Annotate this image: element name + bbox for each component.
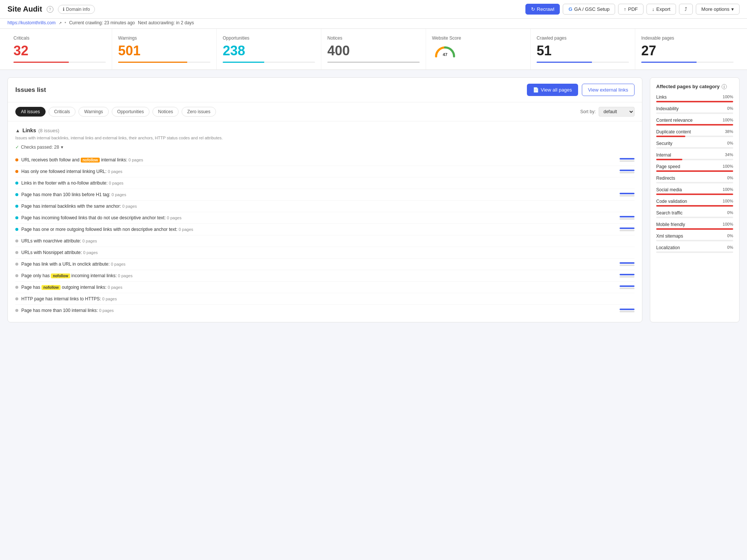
nofollow-badge-yellow: nofollow <box>41 285 61 290</box>
issue-text: Page has nofollow outgoing internal link… <box>21 285 617 290</box>
score-gauge: 47 <box>432 43 458 58</box>
severity-dot <box>15 263 18 266</box>
domain-info-button[interactable]: ℹ Domain info <box>58 5 95 14</box>
indexable-pages-label: Indexable pages <box>641 35 734 41</box>
issue-bars <box>620 228 635 231</box>
pages-count: 0 pages <box>109 181 123 185</box>
tab-warnings[interactable]: Warnings <box>78 107 108 117</box>
category-pct: 100% <box>723 118 733 123</box>
severity-dot <box>15 158 18 161</box>
severity-dot <box>15 193 18 196</box>
pages-count: 0 pages <box>99 308 114 313</box>
notices-bar <box>327 62 420 63</box>
collapse-icon[interactable]: ▲ <box>15 128 20 133</box>
ga-gsc-button[interactable]: G GA / GSC Setup <box>563 4 615 15</box>
severity-dot <box>15 170 18 173</box>
severity-dot <box>15 182 18 185</box>
links-section-header: ▲ Links (8 issues) <box>15 127 635 133</box>
category-pct: 38% <box>725 129 733 134</box>
category-label: Social media <box>656 187 682 192</box>
criticals-value: 32 <box>13 43 106 59</box>
issues-title: Issues list <box>15 86 46 94</box>
pages-count: 0 pages <box>82 239 97 243</box>
share-icon: ⤴ <box>685 6 687 12</box>
pdf-button[interactable]: ↑ PDF <box>618 4 643 15</box>
issue-item: Page has link with a URL in onclick attr… <box>15 259 635 270</box>
view-all-pages-button[interactable]: 📄 View all pages <box>527 84 578 96</box>
bar-top <box>620 285 635 287</box>
tab-all-issues[interactable]: All issues <box>15 107 46 117</box>
issue-item: HTTP page has internal links to HTTPS: 0… <box>15 293 635 305</box>
issue-item: Page has one or more outgoing followed l… <box>15 224 635 235</box>
category-label: Mobile friendly <box>656 222 685 227</box>
stat-crawled-pages[interactable]: Crawled pages 51 <box>531 29 635 69</box>
stat-indexable-pages[interactable]: Indexable pages 27 <box>635 29 740 69</box>
right-panel: Affected pages by category i Links 100% … <box>650 77 740 322</box>
export-button[interactable]: ↓ Export <box>646 4 676 15</box>
stat-criticals[interactable]: Criticals 32 <box>7 29 112 69</box>
severity-dot <box>15 216 18 219</box>
category-item: Page speed 100% <box>656 164 733 172</box>
progress-bar <box>656 228 733 230</box>
help-icon[interactable]: ? <box>47 6 53 13</box>
gauge-container: 47 <box>432 43 524 58</box>
category-pct: 0% <box>727 106 733 111</box>
share-button[interactable]: ⤴ <box>679 4 693 15</box>
category-label: Internal <box>656 152 671 158</box>
issue-text: Page has more than 100 links before H1 t… <box>21 192 617 197</box>
tab-opportunities[interactable]: Opportunities <box>112 107 149 117</box>
tab-criticals[interactable]: Criticals <box>49 107 76 117</box>
stat-warnings[interactable]: Warnings 501 <box>112 29 217 69</box>
tab-zero-issues[interactable]: Zero issues <box>182 107 216 117</box>
nofollow-badge: nofollow <box>81 158 100 163</box>
issue-item: URL receives both follow and nofollow in… <box>15 154 635 166</box>
category-item: Indexability 0% <box>656 106 733 114</box>
category-label: Links <box>656 95 667 100</box>
issue-text: HTTP page has internal links to HTTPS: 0… <box>21 296 635 301</box>
category-item: Duplicate content 38% <box>656 129 733 137</box>
issue-text: Page has incoming followed links that do… <box>21 215 617 220</box>
pages-count: 0 pages <box>83 250 98 255</box>
recrawl-button[interactable]: ↻ Recrawl <box>525 4 560 15</box>
progress-fill <box>656 124 733 126</box>
progress-fill <box>656 101 733 102</box>
sort-select[interactable]: default by count by severity <box>599 107 635 117</box>
bar-top <box>620 228 635 229</box>
view-external-links-button[interactable]: View external links <box>582 84 635 96</box>
progress-bar <box>656 112 733 114</box>
tab-notices[interactable]: Notices <box>152 107 179 117</box>
pages-count: 0 pages <box>118 273 133 278</box>
header-left: Site Audit ? ℹ Domain info <box>7 5 95 14</box>
issue-bars <box>620 158 635 162</box>
stat-website-score[interactable]: Website Score 47 <box>426 29 531 69</box>
pages-count: 0 pages <box>111 262 126 266</box>
category-item: Redirects 0% <box>656 176 733 183</box>
pages-count: 0 pages <box>129 158 143 162</box>
issue-item: Page has nofollow outgoing internal link… <box>15 282 635 293</box>
more-options-button[interactable]: More options ▾ <box>696 4 740 15</box>
progress-fill <box>656 228 733 230</box>
checks-passed[interactable]: ✓ Checks passed: 28 ▾ <box>15 145 635 150</box>
severity-dot <box>15 297 18 300</box>
section-desc: Issues with internal backlinks, internal… <box>15 136 635 140</box>
category-item: Internal 34% <box>656 152 733 160</box>
bar-bottom <box>620 264 635 266</box>
issues-body: ▲ Links (8 issues) Issues with internal … <box>8 121 642 322</box>
stat-opportunities[interactable]: Opportunities 238 <box>217 29 321 69</box>
recrawl-icon: ↻ <box>531 6 535 12</box>
bar-top <box>620 170 635 171</box>
progress-bar <box>656 136 733 137</box>
bar-top <box>620 193 635 194</box>
categories-container: Links 100% Indexability 0% Content relev… <box>656 95 733 253</box>
criticals-bar <box>13 62 106 63</box>
opportunities-value: 238 <box>223 43 315 59</box>
site-url-link[interactable]: https://kustomthrills.com <box>7 20 56 25</box>
stat-notices[interactable]: Notices 400 <box>321 29 426 69</box>
issues-actions: 📄 View all pages View external links <box>527 84 635 96</box>
indexable-pages-value: 27 <box>641 43 734 59</box>
section-count: (8 issues) <box>38 128 59 133</box>
criticals-label: Criticals <box>13 35 106 41</box>
info-circle-icon: i <box>722 84 727 89</box>
category-pct: 100% <box>723 164 733 169</box>
progress-fill <box>656 136 685 137</box>
